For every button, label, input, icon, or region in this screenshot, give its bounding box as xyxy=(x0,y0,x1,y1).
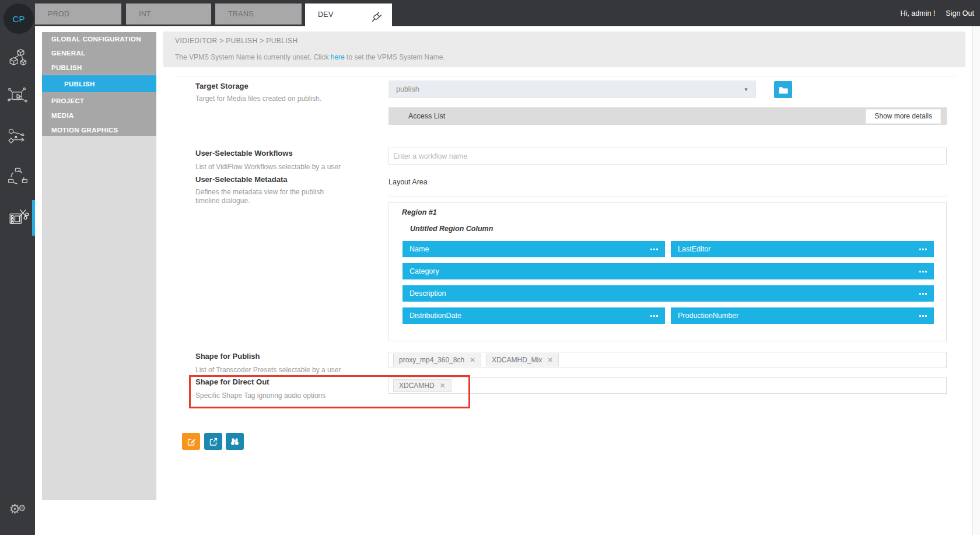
modules-cubes-icon[interactable] xyxy=(5,46,30,71)
tab-trans[interactable]: TRANS xyxy=(215,4,302,25)
workflows-label: User-Selectable Workflows xyxy=(195,149,293,158)
avatar-initials: CP xyxy=(13,14,25,24)
tab-int[interactable]: INT xyxy=(126,4,211,25)
active-rail-indicator xyxy=(32,200,35,236)
folder-icon xyxy=(778,85,789,95)
layout-area-divider xyxy=(388,197,947,197)
chip-menu-dots-icon xyxy=(919,315,927,317)
target-storage-value: publish xyxy=(396,85,419,93)
nav-item-publish-active[interactable]: PUBLISH xyxy=(42,75,156,92)
target-storage-label: Target Storage xyxy=(195,82,249,90)
vpms-notice: The VPMS System Name is currently unset.… xyxy=(175,53,445,61)
field-chip-lasteditor[interactable]: LastEditor xyxy=(671,241,934,257)
nav-item-publish-group[interactable]: PUBLISH xyxy=(42,61,156,75)
chevron-down-icon: ▼ xyxy=(744,87,748,92)
vpms-here-link[interactable]: here xyxy=(331,53,345,61)
greeting-text: Hi, admin ! xyxy=(901,9,936,18)
field-chip-distributiondate[interactable]: DistributionDate xyxy=(402,307,665,324)
nav-section-global: GLOBAL CONFIGURATION GENERAL PUBLISH xyxy=(42,32,156,75)
chip-menu-dots-icon xyxy=(650,315,658,317)
layout-area-label: Layout Area xyxy=(388,178,428,186)
show-more-details-button[interactable]: Show more details xyxy=(866,109,941,124)
search-shapes-button[interactable] xyxy=(226,433,244,450)
breadcrumb: VIDIEDITOR > PUBLISH > PUBLISH xyxy=(175,37,298,45)
workflow-arrows-icon[interactable] xyxy=(5,124,30,150)
shape-publish-description: List of Transcoder Presets selectable by… xyxy=(195,366,341,375)
target-storage-select[interactable]: publish ▼ xyxy=(388,81,756,98)
access-list-label: Access List xyxy=(408,112,445,120)
chip-menu-dots-icon xyxy=(919,271,927,272)
remove-tag-icon[interactable]: ✕ xyxy=(470,356,475,364)
region-title: Region #1 xyxy=(402,208,437,216)
field-chip-name[interactable]: Name xyxy=(402,241,665,257)
open-external-button[interactable] xyxy=(204,433,222,450)
page-header: VIDIEDITOR > PUBLISH > PUBLISH The VPMS … xyxy=(163,32,965,67)
workflow-input-placeholder: Enter a workflow name xyxy=(393,152,467,160)
chip-menu-dots-icon xyxy=(650,249,658,250)
nav-header-global-configuration: GLOBAL CONFIGURATION xyxy=(42,32,156,46)
tag-xdcamhd-mix[interactable]: XDCAMHD_Mix ✕ xyxy=(486,354,559,366)
workflow-name-input[interactable]: Enter a workflow name xyxy=(388,148,947,165)
form-top-divider xyxy=(175,76,957,76)
sign-out-link[interactable]: Sign Out xyxy=(946,9,974,18)
metadata-description: Defines the metadata view for the publis… xyxy=(195,188,341,205)
nav-item-media[interactable]: MEDIA xyxy=(42,109,156,123)
nav-section-areas: PROJECT MEDIA MOTION GRAPHICS xyxy=(42,92,156,136)
tag-proxy-mp4[interactable]: proxy_mp4_360_8ch ✕ xyxy=(393,354,481,366)
browse-folder-button[interactable] xyxy=(774,81,792,98)
field-chip-category[interactable]: Category xyxy=(402,263,934,279)
edit-pencil-icon xyxy=(187,437,196,446)
app-window: CP PROD INT TRANS DEV Hi, admin ! Sign O… xyxy=(0,0,980,535)
scrollbar[interactable] xyxy=(972,26,980,535)
shape-publish-label: Shape for Publish xyxy=(195,352,260,361)
tab-dev[interactable]: DEV xyxy=(305,4,392,26)
target-storage-description: Target for Media files created on publis… xyxy=(195,95,321,103)
videditor-scissors-icon[interactable] xyxy=(5,205,30,230)
interactive-config-icon[interactable] xyxy=(5,83,30,109)
edit-button[interactable] xyxy=(182,433,200,450)
nav-item-project[interactable]: PROJECT xyxy=(42,94,156,109)
plug-icon xyxy=(371,9,383,32)
shape-publish-input[interactable]: proxy_mp4_360_8ch ✕ XDCAMHD_Mix ✕ xyxy=(388,352,947,368)
field-chip-description[interactable]: Description xyxy=(402,285,934,302)
remove-tag-icon[interactable]: ✕ xyxy=(547,356,553,364)
metadata-label: User-Selectable Metadata xyxy=(195,175,288,184)
avatar[interactable]: CP xyxy=(4,4,34,34)
service-triad-icon[interactable] xyxy=(5,164,30,190)
access-list-bar: Access List Show more details xyxy=(388,107,947,125)
chip-menu-dots-icon xyxy=(919,293,927,295)
settings-gears-icon[interactable]: ⚙⚙ xyxy=(5,496,30,522)
field-chip-productionnumber[interactable]: ProductionNumber xyxy=(671,307,934,324)
external-link-icon xyxy=(209,437,218,446)
chip-menu-dots-icon xyxy=(919,249,927,250)
nav-item-general[interactable]: GENERAL xyxy=(42,46,156,60)
nav-background xyxy=(42,136,156,500)
red-highlight-annotation xyxy=(189,375,470,408)
region-column-title: Untitled Region Column xyxy=(410,225,493,233)
session-controls: Hi, admin ! Sign Out xyxy=(901,0,974,26)
shape-direct-out-input[interactable]: XDCAMHD ✕ xyxy=(388,377,947,394)
workflows-description: List of VidiFlow Workflows selectable by… xyxy=(195,163,341,172)
binoculars-icon xyxy=(230,437,240,446)
tab-prod[interactable]: PROD xyxy=(35,4,121,25)
